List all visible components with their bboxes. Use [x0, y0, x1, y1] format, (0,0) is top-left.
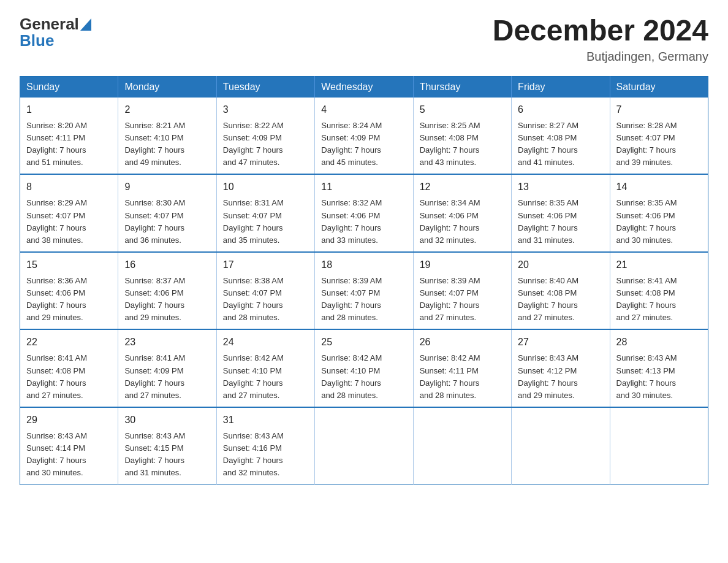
- calendar-day-cell: 27Sunrise: 8:43 AMSunset: 4:12 PMDayligh…: [512, 329, 610, 407]
- calendar-day-cell: 3Sunrise: 8:22 AMSunset: 4:09 PMDaylight…: [216, 98, 314, 175]
- calendar-day-cell: 2Sunrise: 8:21 AMSunset: 4:10 PMDaylight…: [118, 98, 216, 175]
- day-number: 15: [26, 258, 112, 272]
- day-number: 3: [223, 102, 308, 117]
- calendar-week-row: 8Sunrise: 8:29 AMSunset: 4:07 PMDaylight…: [20, 174, 708, 252]
- day-number: 19: [420, 258, 505, 272]
- calendar-day-cell: 13Sunrise: 8:35 AMSunset: 4:06 PMDayligh…: [512, 174, 610, 252]
- calendar-day-cell: [413, 407, 511, 484]
- calendar-day-cell: 16Sunrise: 8:37 AMSunset: 4:06 PMDayligh…: [118, 252, 216, 330]
- calendar-day-cell: 1Sunrise: 8:20 AMSunset: 4:11 PMDaylight…: [20, 98, 118, 175]
- day-number: 14: [616, 180, 702, 194]
- day-info: Sunrise: 8:42 AMSunset: 4:10 PMDaylight:…: [223, 352, 308, 402]
- day-number: 7: [616, 102, 702, 117]
- calendar-day-cell: 6Sunrise: 8:27 AMSunset: 4:08 PMDaylight…: [512, 98, 610, 175]
- day-info: Sunrise: 8:39 AMSunset: 4:07 PMDaylight:…: [420, 275, 505, 324]
- day-number: 12: [420, 180, 505, 194]
- calendar-day-cell: 5Sunrise: 8:25 AMSunset: 4:08 PMDaylight…: [413, 98, 511, 175]
- logo: General Blue: [20, 15, 91, 50]
- day-info: Sunrise: 8:35 AMSunset: 4:06 PMDaylight:…: [518, 197, 603, 247]
- day-number: 25: [321, 335, 406, 350]
- day-number: 13: [518, 180, 603, 194]
- day-info: Sunrise: 8:43 AMSunset: 4:12 PMDaylight:…: [518, 352, 603, 402]
- day-number: 9: [124, 180, 210, 194]
- svg-marker-0: [80, 18, 91, 31]
- day-info: Sunrise: 8:27 AMSunset: 4:08 PMDaylight:…: [518, 120, 603, 169]
- day-number: 10: [223, 180, 308, 194]
- day-number: 4: [321, 102, 406, 117]
- day-info: Sunrise: 8:24 AMSunset: 4:09 PMDaylight:…: [321, 120, 406, 169]
- calendar-table: SundayMondayTuesdayWednesdayThursdayFrid…: [20, 76, 708, 485]
- day-info: Sunrise: 8:34 AMSunset: 4:06 PMDaylight:…: [420, 197, 505, 247]
- calendar-day-cell: 24Sunrise: 8:42 AMSunset: 4:10 PMDayligh…: [216, 329, 314, 407]
- calendar-day-cell: 15Sunrise: 8:36 AMSunset: 4:06 PMDayligh…: [20, 252, 118, 330]
- day-number: 29: [26, 413, 112, 427]
- calendar-day-cell: 18Sunrise: 8:39 AMSunset: 4:07 PMDayligh…: [315, 252, 413, 330]
- day-info: Sunrise: 8:40 AMSunset: 4:08 PMDaylight:…: [518, 275, 603, 324]
- logo-blue-text: Blue: [20, 31, 54, 50]
- day-info: Sunrise: 8:43 AMSunset: 4:16 PMDaylight:…: [223, 430, 308, 480]
- logo-triangle-icon: [80, 18, 91, 31]
- calendar-day-cell: 7Sunrise: 8:28 AMSunset: 4:07 PMDaylight…: [610, 98, 708, 175]
- calendar-day-cell: 25Sunrise: 8:42 AMSunset: 4:10 PMDayligh…: [315, 329, 413, 407]
- day-number: 30: [124, 413, 210, 427]
- day-number: 27: [518, 335, 603, 350]
- day-number: 5: [420, 102, 505, 117]
- calendar-day-cell: [610, 407, 708, 484]
- calendar-day-cell: 8Sunrise: 8:29 AMSunset: 4:07 PMDaylight…: [20, 174, 118, 252]
- weekday-header-friday: Friday: [512, 76, 610, 98]
- day-number: 20: [518, 258, 603, 272]
- calendar-day-cell: 29Sunrise: 8:43 AMSunset: 4:14 PMDayligh…: [20, 407, 118, 484]
- calendar-day-cell: 21Sunrise: 8:41 AMSunset: 4:08 PMDayligh…: [610, 252, 708, 330]
- day-info: Sunrise: 8:42 AMSunset: 4:10 PMDaylight:…: [321, 352, 406, 402]
- day-info: Sunrise: 8:43 AMSunset: 4:14 PMDaylight:…: [26, 430, 112, 480]
- weekday-header-monday: Monday: [118, 76, 216, 98]
- day-info: Sunrise: 8:35 AMSunset: 4:06 PMDaylight:…: [616, 197, 702, 247]
- calendar-day-cell: 17Sunrise: 8:38 AMSunset: 4:07 PMDayligh…: [216, 252, 314, 330]
- day-info: Sunrise: 8:22 AMSunset: 4:09 PMDaylight:…: [223, 120, 308, 169]
- calendar-week-row: 1Sunrise: 8:20 AMSunset: 4:11 PMDaylight…: [20, 98, 708, 175]
- calendar-day-cell: 31Sunrise: 8:43 AMSunset: 4:16 PMDayligh…: [216, 407, 314, 484]
- day-info: Sunrise: 8:21 AMSunset: 4:10 PMDaylight:…: [124, 120, 210, 169]
- calendar-day-cell: 26Sunrise: 8:42 AMSunset: 4:11 PMDayligh…: [413, 329, 511, 407]
- calendar-week-row: 15Sunrise: 8:36 AMSunset: 4:06 PMDayligh…: [20, 252, 708, 330]
- day-info: Sunrise: 8:28 AMSunset: 4:07 PMDaylight:…: [616, 120, 702, 169]
- day-number: 22: [26, 335, 112, 350]
- calendar-day-cell: [512, 407, 610, 484]
- calendar-week-row: 29Sunrise: 8:43 AMSunset: 4:14 PMDayligh…: [20, 407, 708, 484]
- calendar-week-row: 22Sunrise: 8:41 AMSunset: 4:08 PMDayligh…: [20, 329, 708, 407]
- day-number: 1: [26, 102, 112, 117]
- weekday-header-sunday: Sunday: [20, 76, 118, 98]
- day-info: Sunrise: 8:29 AMSunset: 4:07 PMDaylight:…: [26, 197, 112, 247]
- day-info: Sunrise: 8:43 AMSunset: 4:15 PMDaylight:…: [124, 430, 210, 480]
- day-info: Sunrise: 8:39 AMSunset: 4:07 PMDaylight:…: [321, 275, 406, 324]
- day-info: Sunrise: 8:43 AMSunset: 4:13 PMDaylight:…: [616, 352, 702, 402]
- calendar-day-cell: 11Sunrise: 8:32 AMSunset: 4:06 PMDayligh…: [315, 174, 413, 252]
- day-info: Sunrise: 8:36 AMSunset: 4:06 PMDaylight:…: [26, 275, 112, 324]
- day-number: 6: [518, 102, 603, 117]
- day-info: Sunrise: 8:37 AMSunset: 4:06 PMDaylight:…: [124, 275, 210, 324]
- day-info: Sunrise: 8:41 AMSunset: 4:09 PMDaylight:…: [124, 352, 210, 402]
- day-info: Sunrise: 8:41 AMSunset: 4:08 PMDaylight:…: [616, 275, 702, 324]
- calendar-day-cell: 20Sunrise: 8:40 AMSunset: 4:08 PMDayligh…: [512, 252, 610, 330]
- day-number: 8: [26, 180, 112, 194]
- location-label: Butjadingen, Germany: [493, 50, 708, 64]
- calendar-day-cell: 4Sunrise: 8:24 AMSunset: 4:09 PMDaylight…: [315, 98, 413, 175]
- calendar-day-cell: [315, 407, 413, 484]
- day-number: 16: [124, 258, 210, 272]
- day-info: Sunrise: 8:30 AMSunset: 4:07 PMDaylight:…: [124, 197, 210, 247]
- weekday-header-saturday: Saturday: [610, 76, 708, 98]
- day-number: 31: [223, 413, 308, 427]
- weekday-header-row: SundayMondayTuesdayWednesdayThursdayFrid…: [20, 76, 708, 98]
- calendar-day-cell: 14Sunrise: 8:35 AMSunset: 4:06 PMDayligh…: [610, 174, 708, 252]
- day-number: 28: [616, 335, 702, 350]
- weekday-header-thursday: Thursday: [413, 76, 511, 98]
- day-number: 23: [124, 335, 210, 350]
- day-number: 17: [223, 258, 308, 272]
- day-number: 21: [616, 258, 702, 272]
- day-number: 24: [223, 335, 308, 350]
- day-info: Sunrise: 8:31 AMSunset: 4:07 PMDaylight:…: [223, 197, 308, 247]
- day-info: Sunrise: 8:20 AMSunset: 4:11 PMDaylight:…: [26, 120, 112, 169]
- title-section: December 2024 Butjadingen, Germany: [493, 15, 708, 64]
- calendar-day-cell: 22Sunrise: 8:41 AMSunset: 4:08 PMDayligh…: [20, 329, 118, 407]
- day-info: Sunrise: 8:42 AMSunset: 4:11 PMDaylight:…: [420, 352, 505, 402]
